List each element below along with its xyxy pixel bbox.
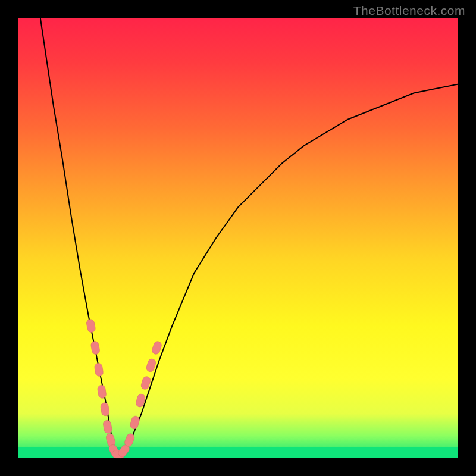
optimum-bead	[102, 419, 112, 434]
optimum-bead	[129, 415, 140, 430]
optimum-bead	[100, 402, 109, 416]
optimum-bead	[151, 340, 162, 355]
plot-area	[18, 18, 458, 458]
watermark-label: TheBottleneck.com	[353, 4, 465, 18]
optimum-bead	[97, 384, 107, 399]
chart-frame: TheBottleneck.com	[0, 0, 476, 476]
optimum-beads-group	[86, 319, 162, 459]
optimum-bead	[90, 341, 101, 355]
optimum-bead	[145, 358, 156, 373]
optimum-bead	[94, 363, 104, 377]
optimum-bead	[86, 319, 96, 333]
bottleneck-curve-svg	[18, 18, 458, 458]
